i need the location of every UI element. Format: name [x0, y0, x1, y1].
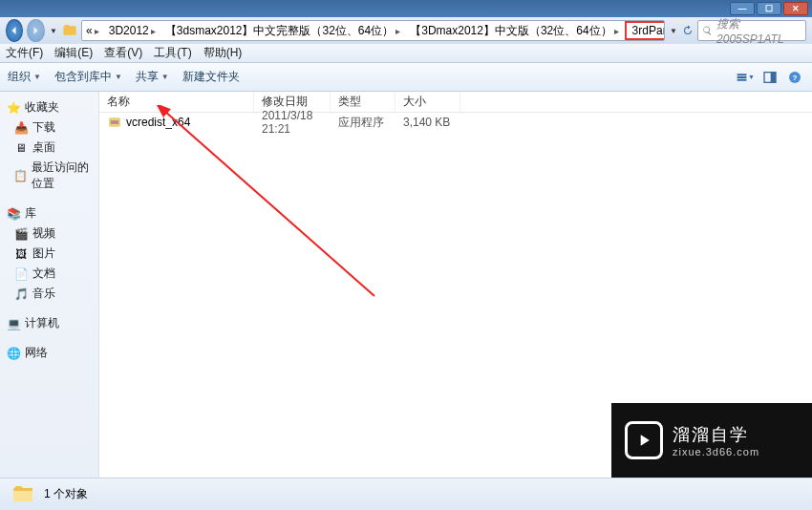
picture-icon: 🖼	[13, 246, 29, 262]
nav-forward-button[interactable]	[27, 19, 44, 42]
video-icon: 🎬	[13, 226, 29, 242]
sidebar-network[interactable]: 🌐网络	[4, 343, 95, 363]
svg-rect-1	[771, 72, 776, 82]
sidebar-desktop[interactable]: 🖥桌面	[4, 138, 95, 158]
breadcrumb[interactable]: «▸ 3D2012▸ 【3dsmax2012】中文完整版（32位、64位）▸ 【…	[81, 20, 665, 41]
breadcrumb-seg-3[interactable]: 3rdParty▸	[629, 23, 665, 38]
nav-history-dropdown[interactable]: ▼	[49, 20, 58, 41]
menu-edit[interactable]: 编辑(E)	[54, 45, 93, 61]
minimize-button[interactable]: —	[730, 2, 755, 15]
sidebar-documents[interactable]: 📄文档	[4, 264, 95, 284]
library-icon: 📚	[6, 206, 21, 222]
sidebar-downloads[interactable]: 📥下载	[4, 117, 95, 138]
toolbar: 组织▼ 包含到库中▼ 共享▼ 新建文件夹 ▼ ?	[0, 63, 812, 92]
watermark-logo	[625, 421, 663, 459]
document-icon: 📄	[13, 266, 29, 282]
status-count: 1 个对象	[44, 486, 88, 502]
nav-sidebar: ⭐收藏夹 📥下载 🖥桌面 📋最近访问的位置 📚库 🎬视频 🖼图片 📄文档 🎵音乐…	[0, 92, 99, 478]
search-input[interactable]: 搜索 2005SP1ATL	[697, 20, 806, 41]
organize-button[interactable]: 组织▼	[8, 69, 41, 85]
recent-icon: 📋	[13, 168, 28, 183]
file-row[interactable]: vcredist_x64 2011/3/18 21:21 应用程序 3,140 …	[99, 113, 812, 132]
sidebar-music[interactable]: 🎵音乐	[4, 284, 95, 304]
search-placeholder: 搜索 2005SP1ATL	[716, 16, 801, 46]
address-dropdown[interactable]: ▼	[669, 20, 678, 41]
status-bar: 1 个对象	[0, 478, 812, 510]
include-library-button[interactable]: 包含到库中▼	[54, 69, 122, 85]
refresh-button[interactable]	[682, 20, 694, 41]
close-button[interactable]: ✕	[783, 2, 808, 15]
svg-text:?: ?	[793, 74, 798, 82]
sidebar-pictures[interactable]: 🖼图片	[4, 244, 95, 264]
music-icon: 🎵	[13, 287, 29, 302]
sidebar-videos[interactable]: 🎬视频	[4, 223, 95, 244]
col-name[interactable]: 名称	[99, 92, 254, 112]
menu-view[interactable]: 查看(V)	[104, 45, 142, 61]
svg-rect-5	[111, 120, 118, 124]
view-options-button[interactable]: ▼	[736, 68, 755, 87]
breadcrumb-seg-0[interactable]: 3D2012▸	[105, 21, 161, 40]
exe-icon	[107, 115, 122, 130]
title-bar: — ☐ ✕	[0, 0, 812, 17]
new-folder-button[interactable]: 新建文件夹	[182, 69, 240, 85]
preview-pane-button[interactable]	[760, 68, 780, 87]
sidebar-libraries[interactable]: 📚库	[4, 203, 95, 223]
watermark-title: 溜溜自学	[673, 423, 759, 446]
share-button[interactable]: 共享▼	[136, 69, 169, 85]
annotation-arrow	[155, 105, 403, 315]
sidebar-computer[interactable]: 💻计算机	[4, 313, 95, 333]
desktop-icon: 🖥	[13, 140, 29, 156]
help-button[interactable]: ?	[785, 68, 804, 87]
download-icon: 📥	[13, 120, 29, 136]
breadcrumb-seg-1[interactable]: 【3dsmax2012】中文完整版（32位、64位）▸	[161, 21, 406, 40]
column-headers: 名称 修改日期 类型 大小	[99, 92, 812, 113]
network-icon: 🌐	[6, 346, 21, 361]
file-size: 3,140 KB	[395, 116, 460, 129]
breadcrumb-seg-2[interactable]: 【3Dmax2012】中文版（32位、64位）▸	[406, 21, 624, 40]
file-type: 应用程序	[331, 115, 395, 131]
folder-large-icon	[10, 483, 36, 506]
file-name: vcredist_x64	[126, 116, 190, 129]
star-icon: ⭐	[6, 100, 21, 116]
computer-icon: 💻	[6, 316, 21, 331]
svg-line-6	[164, 111, 374, 296]
folder-icon	[62, 23, 77, 38]
menu-tools[interactable]: 工具(T)	[154, 45, 191, 61]
file-date: 2011/3/18 21:21	[254, 109, 331, 136]
breadcrumb-highlight: 3rdParty▸ x64▸ VCRedist▸ 2005SP1ATL	[625, 21, 665, 40]
sidebar-recent[interactable]: 📋最近访问的位置	[4, 158, 95, 194]
search-icon	[702, 25, 713, 36]
menu-bar: 文件(F) 编辑(E) 查看(V) 工具(T) 帮助(H)	[0, 44, 812, 63]
nav-back-button[interactable]	[6, 19, 23, 42]
col-size[interactable]: 大小	[395, 92, 460, 112]
maximize-button[interactable]: ☐	[757, 2, 781, 15]
watermark-url: zixue.3d66.com	[673, 446, 759, 457]
menu-help[interactable]: 帮助(H)	[203, 45, 243, 61]
breadcrumb-overflow[interactable]: «▸	[82, 21, 105, 40]
sidebar-favorites[interactable]: ⭐收藏夹	[4, 97, 95, 117]
menu-file[interactable]: 文件(F)	[6, 45, 43, 61]
col-type[interactable]: 类型	[331, 92, 395, 112]
address-bar: ▼ «▸ 3D2012▸ 【3dsmax2012】中文完整版（32位、64位）▸…	[0, 17, 812, 44]
watermark: 溜溜自学 zixue.3d66.com	[611, 403, 812, 478]
